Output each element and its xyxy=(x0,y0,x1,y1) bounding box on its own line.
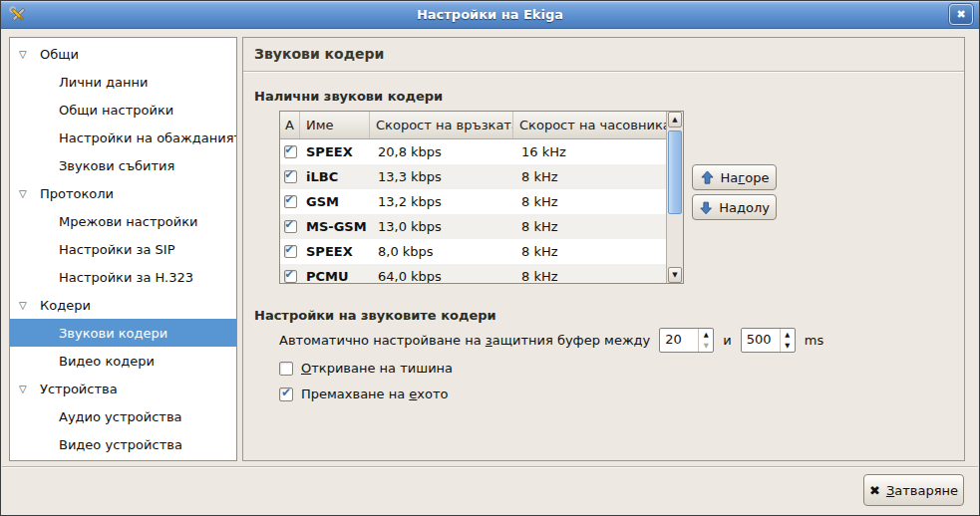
codec-enabled-checkbox[interactable]: ✔ xyxy=(284,245,297,258)
sidebar-item-label: Настройки за SIP xyxy=(59,242,175,257)
codec-clockrate: 8 kHz xyxy=(513,244,666,259)
sidebar-item-nastroyki-obazhdaniyata[interactable]: Настройки на обажданията xyxy=(10,124,236,151)
arrow-up-icon: ▲ xyxy=(672,116,677,124)
silence-detection-row: ✔ Откриване на тишина xyxy=(279,361,453,376)
unit-label: ms xyxy=(805,333,823,348)
check-icon: ✔ xyxy=(285,220,294,231)
spin-up-icon[interactable]: ▲ xyxy=(699,329,713,341)
main-panel: Звукови кодери Налични звукови кодери АИ… xyxy=(242,37,965,461)
codec-row[interactable]: ✔GSM13,2 kbps8 kHz xyxy=(280,189,666,214)
codec-enabled-checkbox[interactable]: ✔ xyxy=(284,195,297,208)
sidebar-item-video-koderi[interactable]: Видео кодери xyxy=(10,347,236,375)
sidebar-item-mrezhovi-nastroyki[interactable]: Мрежови настройки xyxy=(10,207,236,235)
column-header[interactable]: А xyxy=(280,112,300,138)
move-up-button[interactable]: Нагоре xyxy=(692,164,777,190)
page-title: Звукови кодери xyxy=(254,46,384,62)
codec-enabled-checkbox[interactable]: ✔ xyxy=(284,170,297,183)
jitter-buffer-label: Автоматично настройване на защитния буфе… xyxy=(279,333,650,348)
spin-down-icon[interactable]: ▼ xyxy=(699,341,713,353)
sidebar-item-label: Общи настройки xyxy=(59,103,173,118)
codec-enabled-cell: ✔ xyxy=(280,245,300,258)
codec-name: MS-GSM xyxy=(300,219,370,234)
codec-clockrate: 8 kHz xyxy=(513,194,666,209)
codec-name: GSM xyxy=(300,194,370,209)
sidebar-item-label: Мрежови настройки xyxy=(59,214,198,229)
codec-enabled-checkbox[interactable]: ✔ xyxy=(284,220,297,233)
close-x-icon: ✖ xyxy=(869,483,880,498)
silence-detection-label: Откриване на тишина xyxy=(301,361,453,376)
codec-clockrate: 16 kHz xyxy=(513,144,666,159)
codec-enabled-checkbox[interactable]: ✔ xyxy=(284,145,297,158)
expander-icon[interactable]: ▽ xyxy=(19,49,35,60)
codec-clockrate: 8 kHz xyxy=(513,169,666,184)
jitter-min-value: 20 xyxy=(665,332,682,347)
sidebar-item-label: Кодери xyxy=(40,298,91,313)
sidebar-item-label: Настройки за H.323 xyxy=(59,270,193,285)
close-icon: ✖ xyxy=(956,8,965,21)
codec-enabled-cell: ✔ xyxy=(280,195,300,208)
sidebar-item-koderi[interactable]: ▽Кодери xyxy=(10,291,236,319)
sidebar-item-audio-ustroystva[interactable]: Аудио устройства xyxy=(10,402,236,430)
codec-clockrate: 8 kHz xyxy=(513,219,666,234)
expander-icon[interactable]: ▽ xyxy=(19,188,35,199)
block-arrow-down-icon xyxy=(699,200,713,215)
sidebar-item-label: Общи xyxy=(40,47,79,62)
window-close-button[interactable]: ✖ xyxy=(949,4,973,25)
scroll-down-button[interactable]: ▼ xyxy=(668,267,682,283)
codec-bitrate: 13,2 kbps xyxy=(370,194,513,209)
expander-icon[interactable]: ▽ xyxy=(19,384,35,394)
codec-bitrate: 13,3 kbps xyxy=(370,169,513,184)
sidebar-item-obshti-nastroyki[interactable]: Общи настройки xyxy=(10,96,236,124)
jitter-max-spinbox[interactable]: 500 ▲ ▼ xyxy=(741,328,796,353)
codec-table-header: АИмеСкорост на връзкатаСкорост на часовн… xyxy=(280,112,666,139)
sidebar-item-zvukovi-sabitiya[interactable]: Звукови събития xyxy=(10,151,236,179)
sidebar-item-lichni-danni[interactable]: Лични данни xyxy=(10,68,236,96)
codec-row[interactable]: ✔SPEEX20,8 kbps16 kHz xyxy=(280,139,666,164)
move-down-button[interactable]: Надолу xyxy=(692,194,777,220)
codec-table-body: ✔SPEEX20,8 kbps16 kHz✔iLBC13,3 kbps8 kHz… xyxy=(280,139,666,283)
move-up-label: Нагоре xyxy=(721,170,770,185)
jitter-max-value: 500 xyxy=(747,332,772,347)
codec-name: iLBC xyxy=(300,169,370,184)
codec-row[interactable]: ✔MS-GSM13,0 kbps8 kHz xyxy=(280,214,666,239)
sidebar-item-zvukovi-koderi[interactable]: Звукови кодери xyxy=(10,319,236,347)
close-dialog-button[interactable]: ✖ Затваряне xyxy=(863,474,964,506)
spin-up-icon[interactable]: ▲ xyxy=(781,329,795,341)
scrollbar-thumb[interactable] xyxy=(668,130,682,214)
sidebar-item-video-ustroystva[interactable]: Видео устройства xyxy=(10,430,236,458)
column-header[interactable]: Скорост на часовника xyxy=(513,112,666,138)
arrow-down-icon: ▼ xyxy=(672,271,677,279)
scroll-up-button[interactable]: ▲ xyxy=(668,112,682,128)
column-header[interactable]: Име xyxy=(300,112,370,138)
column-header[interactable]: Скорост на връзката xyxy=(370,112,513,138)
codec-row[interactable]: ✔PCMU64,0 kbps8 kHz xyxy=(280,264,666,283)
codec-enabled-cell: ✔ xyxy=(280,220,300,233)
codec-enabled-checkbox[interactable]: ✔ xyxy=(284,270,297,283)
sidebar-item-obshti[interactable]: ▽Общи xyxy=(10,40,236,68)
jitter-min-spinbox[interactable]: 20 ▲ ▼ xyxy=(659,328,714,353)
available-codecs-section-title: Налични звукови кодери xyxy=(254,89,443,104)
sidebar-item-label: Лични данни xyxy=(59,75,148,90)
move-down-label: Надолу xyxy=(719,200,770,215)
check-icon: ✔ xyxy=(285,170,294,181)
codec-name: SPEEX xyxy=(300,144,370,159)
sidebar-item-label: Звукови кодери xyxy=(59,326,167,341)
expander-icon[interactable]: ▽ xyxy=(19,300,35,311)
sidebar-item-protokoli[interactable]: ▽Протоколи xyxy=(10,179,236,207)
silence-detection-checkbox[interactable]: ✔ xyxy=(279,362,293,376)
footer-separator xyxy=(2,466,978,468)
sidebar-item-nastroyki-sip[interactable]: Настройки за SIP xyxy=(10,235,236,263)
codec-row[interactable]: ✔iLBC13,3 kbps8 kHz xyxy=(280,164,666,189)
codec-enabled-cell: ✔ xyxy=(280,270,300,283)
codec-bitrate: 13,0 kbps xyxy=(370,219,513,234)
sidebar-item-label: Аудио устройства xyxy=(59,409,182,424)
sidebar-item-nastroyki-h323[interactable]: Настройки за H.323 xyxy=(10,263,236,291)
sidebar-item-ustroystva[interactable]: ▽Устройства xyxy=(10,375,236,402)
codec-settings-section-title: Настройки на звуковите кодери xyxy=(254,308,496,323)
echo-cancellation-checkbox[interactable]: ✔ xyxy=(279,387,293,401)
echo-cancellation-label: Премахване на ехото xyxy=(301,387,449,401)
codec-row[interactable]: ✔SPEEX8,0 kbps8 kHz xyxy=(280,239,666,264)
spin-down-icon[interactable]: ▼ xyxy=(781,341,795,353)
close-dialog-label: Затваряне xyxy=(886,483,958,498)
vertical-scrollbar[interactable]: ▲ ▼ xyxy=(666,112,683,283)
